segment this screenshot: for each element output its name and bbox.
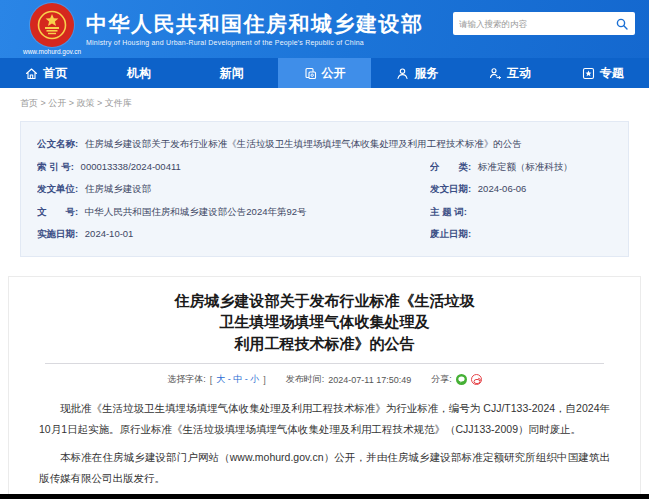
meta-doc-no: 文 号: 中华人民共和国住房和城乡建设部公告2024年第92号 xyxy=(37,201,422,224)
article-paragraph-1: 现批准《生活垃圾卫生填埋场填埋气体收集处理及利用工程技术标准》为行业标准，编号为… xyxy=(39,398,610,440)
person-icon xyxy=(396,67,409,80)
meta-value: 住房城乡建设部关于发布行业标准《生活垃圾卫生填埋场填埋气体收集处理及利用工程技术… xyxy=(85,138,522,149)
publish-time: 2024-07-11 17:50:49 xyxy=(328,375,411,385)
meta-label: 分 类: xyxy=(430,161,471,172)
nav-label: 公开 xyxy=(322,65,346,82)
publish-time-label: 发布时间: xyxy=(286,373,325,386)
font-select-label: 选择字体: xyxy=(167,373,206,386)
meta-value: 2024-10-01 xyxy=(85,228,134,239)
article-paragraph-2: 本标准在住房城乡建设部门户网站（www.mohurd.gov.cn）公开，并由住… xyxy=(39,447,610,489)
meta-label: 主 题 词: xyxy=(430,206,467,217)
nav-item-interaction[interactable]: 互动 xyxy=(464,58,557,88)
article-title-line: 利用工程技术标准》的公告 xyxy=(9,333,640,355)
article-meta-row: 选择字体: [ 大 - 中 - 小 ] 发布时间: 2024-07-11 17:… xyxy=(9,373,640,386)
nav-label: 互动 xyxy=(507,65,531,82)
doc-meta-box: 公文名称: 住房城乡建设部关于发布行业标准《生活垃圾卫生填埋场填埋气体收集处理及… xyxy=(20,121,629,257)
search-icon[interactable] xyxy=(615,17,629,31)
person-arrows-icon xyxy=(489,67,502,80)
article-title-line: 卫生填埋场填埋气体收集处理及 xyxy=(9,311,640,333)
weibo-share-icon[interactable] xyxy=(471,374,482,385)
wechat-share-icon[interactable] xyxy=(456,374,467,385)
nav-item-disclosure[interactable]: 公开 xyxy=(278,58,371,88)
meta-index: 索 引 号: 000013338/2024-00411 xyxy=(37,156,422,179)
article-body: 现批准《生活垃圾卫生填埋场填埋气体收集处理及利用工程技术标准》为行业标准，编号为… xyxy=(39,398,610,499)
nav-label: 专题 xyxy=(600,65,624,82)
meta-label: 发文单位: xyxy=(37,183,78,194)
main-nav: 首页 机构 新闻 公开 服务 互动 xyxy=(0,58,649,88)
emblem-block: www.mohurd.gov.cn xyxy=(28,3,76,55)
meta-value: 中华人民共和国住房和城乡建设部公告2024年第92号 xyxy=(85,206,307,217)
site-title-cn: 中华人民共和国住房和城乡建设部 xyxy=(86,12,424,36)
nav-item-org[interactable]: 机构 xyxy=(93,58,186,88)
meta-label: 废止日期: xyxy=(430,228,471,239)
nav-item-news[interactable]: 新闻 xyxy=(185,58,278,88)
article-title-line: 住房城乡建设部关于发布行业标准《生活垃圾 xyxy=(9,290,640,312)
meta-label: 文 号: xyxy=(37,206,78,217)
meta-issue-date: 发文日期: 2024-06-06 xyxy=(430,178,612,201)
nav-label: 服务 xyxy=(414,65,438,82)
meta-category: 分 类: 标准定额（标准科技） xyxy=(430,156,612,179)
meta-issuer: 发文单位: 住房城乡建设部 xyxy=(37,178,422,201)
meta-label: 发文日期: xyxy=(430,183,471,194)
nav-item-topics[interactable]: 专题 xyxy=(556,58,649,88)
font-bracket-close: ] xyxy=(263,375,266,385)
site-title-en: Ministry of Housing and Urban-Rural Deve… xyxy=(86,39,424,46)
star-box-icon xyxy=(582,67,595,80)
meta-value: 2024-06-06 xyxy=(478,183,527,194)
national-emblem-icon xyxy=(30,3,74,47)
article-title: 住房城乡建设部关于发布行业标准《生活垃圾 卫生填埋场填埋气体收集处理及 利用工程… xyxy=(9,290,640,355)
nav-label: 机构 xyxy=(127,65,151,82)
site-header: www.mohurd.gov.cn 中华人民共和国住房和城乡建设部 Minist… xyxy=(0,0,649,58)
search-box[interactable] xyxy=(453,12,635,35)
breadcrumb[interactable]: 首页 > 公开 > 政策 > 文件库 xyxy=(0,88,649,117)
meta-label: 索 引 号: xyxy=(37,161,74,172)
nav-label: 新闻 xyxy=(220,65,244,82)
meta-keywords: 主 题 词: xyxy=(430,201,612,224)
search-input[interactable] xyxy=(459,19,615,29)
document-icon xyxy=(304,67,317,80)
meta-value: 标准定额（标准科技） xyxy=(478,161,573,172)
meta-abolish-date: 废止日期: xyxy=(430,223,612,246)
site-title-block: 中华人民共和国住房和城乡建设部 Ministry of Housing and … xyxy=(86,12,424,46)
page: www.mohurd.gov.cn 中华人民共和国住房和城乡建设部 Minist… xyxy=(0,0,649,499)
meta-value: 住房城乡建设部 xyxy=(85,183,152,194)
meta-label: 实施日期: xyxy=(37,228,78,239)
meta-doc-name: 公文名称: 住房城乡建设部关于发布行业标准《生活垃圾卫生填埋场填埋气体收集处理及… xyxy=(37,133,612,156)
nav-label: 首页 xyxy=(43,65,67,82)
article-box: 住房城乡建设部关于发布行业标准《生活垃圾 卫生填埋场填埋气体收集处理及 利用工程… xyxy=(8,276,641,499)
nav-item-services[interactable]: 服务 xyxy=(371,58,464,88)
share-label: 分享: xyxy=(431,373,452,386)
nav-item-home[interactable]: 首页 xyxy=(0,58,93,88)
title-separator xyxy=(45,363,604,364)
meta-value: 000013338/2024-00411 xyxy=(81,161,181,172)
bottom-bar xyxy=(0,494,649,499)
site-url: www.mohurd.gov.cn xyxy=(23,48,81,55)
meta-impl-date: 实施日期: 2024-10-01 xyxy=(37,223,422,246)
font-size-links[interactable]: 大 - 中 - 小 xyxy=(216,373,259,386)
home-icon xyxy=(25,67,38,80)
font-bracket-open: [ xyxy=(210,375,213,385)
meta-label: 公文名称: xyxy=(37,138,78,149)
